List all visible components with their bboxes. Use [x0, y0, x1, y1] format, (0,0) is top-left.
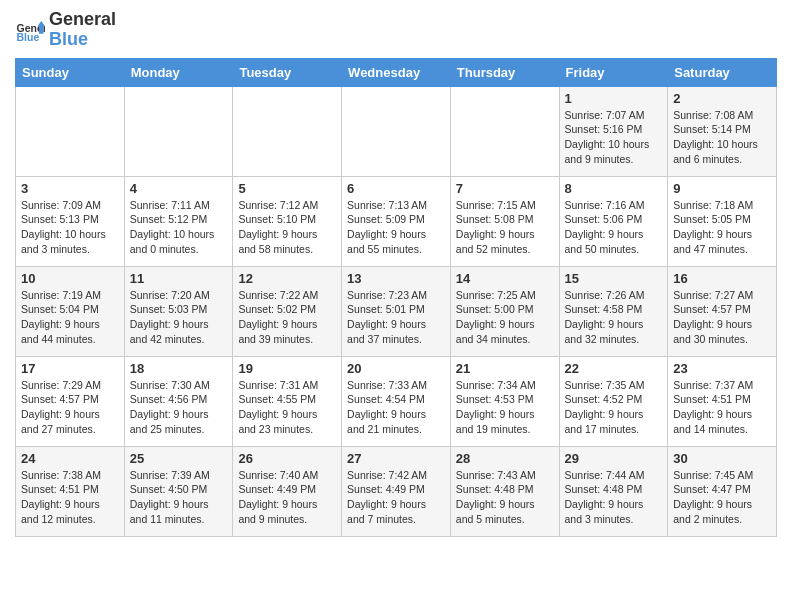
week-row-5: 24Sunrise: 7:38 AM Sunset: 4:51 PM Dayli…	[16, 446, 777, 536]
day-number: 10	[21, 271, 119, 286]
day-cell: 25Sunrise: 7:39 AM Sunset: 4:50 PM Dayli…	[124, 446, 233, 536]
day-number: 6	[347, 181, 445, 196]
day-number: 2	[673, 91, 771, 106]
day-info: Sunrise: 7:18 AM Sunset: 5:05 PM Dayligh…	[673, 198, 771, 257]
day-cell: 20Sunrise: 7:33 AM Sunset: 4:54 PM Dayli…	[342, 356, 451, 446]
calendar-table: SundayMondayTuesdayWednesdayThursdayFrid…	[15, 58, 777, 537]
weekday-header-wednesday: Wednesday	[342, 58, 451, 86]
day-cell	[16, 86, 125, 176]
logo: General Blue GeneralBlue	[15, 10, 116, 50]
day-cell: 12Sunrise: 7:22 AM Sunset: 5:02 PM Dayli…	[233, 266, 342, 356]
day-cell: 19Sunrise: 7:31 AM Sunset: 4:55 PM Dayli…	[233, 356, 342, 446]
day-cell: 22Sunrise: 7:35 AM Sunset: 4:52 PM Dayli…	[559, 356, 668, 446]
day-cell: 3Sunrise: 7:09 AM Sunset: 5:13 PM Daylig…	[16, 176, 125, 266]
day-info: Sunrise: 7:40 AM Sunset: 4:49 PM Dayligh…	[238, 468, 336, 527]
weekday-header-row: SundayMondayTuesdayWednesdayThursdayFrid…	[16, 58, 777, 86]
day-info: Sunrise: 7:13 AM Sunset: 5:09 PM Dayligh…	[347, 198, 445, 257]
weekday-header-friday: Friday	[559, 58, 668, 86]
day-info: Sunrise: 7:43 AM Sunset: 4:48 PM Dayligh…	[456, 468, 554, 527]
day-info: Sunrise: 7:23 AM Sunset: 5:01 PM Dayligh…	[347, 288, 445, 347]
day-cell: 18Sunrise: 7:30 AM Sunset: 4:56 PM Dayli…	[124, 356, 233, 446]
day-number: 8	[565, 181, 663, 196]
week-row-2: 3Sunrise: 7:09 AM Sunset: 5:13 PM Daylig…	[16, 176, 777, 266]
weekday-header-saturday: Saturday	[668, 58, 777, 86]
day-cell: 16Sunrise: 7:27 AM Sunset: 4:57 PM Dayli…	[668, 266, 777, 356]
day-number: 4	[130, 181, 228, 196]
day-number: 7	[456, 181, 554, 196]
day-cell: 29Sunrise: 7:44 AM Sunset: 4:48 PM Dayli…	[559, 446, 668, 536]
day-info: Sunrise: 7:16 AM Sunset: 5:06 PM Dayligh…	[565, 198, 663, 257]
day-cell: 23Sunrise: 7:37 AM Sunset: 4:51 PM Dayli…	[668, 356, 777, 446]
day-number: 27	[347, 451, 445, 466]
day-cell: 24Sunrise: 7:38 AM Sunset: 4:51 PM Dayli…	[16, 446, 125, 536]
day-number: 20	[347, 361, 445, 376]
day-info: Sunrise: 7:39 AM Sunset: 4:50 PM Dayligh…	[130, 468, 228, 527]
day-cell: 28Sunrise: 7:43 AM Sunset: 4:48 PM Dayli…	[450, 446, 559, 536]
day-cell: 2Sunrise: 7:08 AM Sunset: 5:14 PM Daylig…	[668, 86, 777, 176]
day-info: Sunrise: 7:31 AM Sunset: 4:55 PM Dayligh…	[238, 378, 336, 437]
day-info: Sunrise: 7:42 AM Sunset: 4:49 PM Dayligh…	[347, 468, 445, 527]
weekday-header-tuesday: Tuesday	[233, 58, 342, 86]
day-number: 21	[456, 361, 554, 376]
day-cell	[450, 86, 559, 176]
day-number: 26	[238, 451, 336, 466]
day-info: Sunrise: 7:26 AM Sunset: 4:58 PM Dayligh…	[565, 288, 663, 347]
day-number: 24	[21, 451, 119, 466]
day-number: 17	[21, 361, 119, 376]
day-cell: 15Sunrise: 7:26 AM Sunset: 4:58 PM Dayli…	[559, 266, 668, 356]
day-cell: 6Sunrise: 7:13 AM Sunset: 5:09 PM Daylig…	[342, 176, 451, 266]
day-info: Sunrise: 7:34 AM Sunset: 4:53 PM Dayligh…	[456, 378, 554, 437]
day-cell: 5Sunrise: 7:12 AM Sunset: 5:10 PM Daylig…	[233, 176, 342, 266]
day-number: 30	[673, 451, 771, 466]
day-cell: 26Sunrise: 7:40 AM Sunset: 4:49 PM Dayli…	[233, 446, 342, 536]
day-info: Sunrise: 7:11 AM Sunset: 5:12 PM Dayligh…	[130, 198, 228, 257]
day-cell: 10Sunrise: 7:19 AM Sunset: 5:04 PM Dayli…	[16, 266, 125, 356]
day-cell: 17Sunrise: 7:29 AM Sunset: 4:57 PM Dayli…	[16, 356, 125, 446]
logo-text: GeneralBlue	[49, 10, 116, 50]
day-cell: 30Sunrise: 7:45 AM Sunset: 4:47 PM Dayli…	[668, 446, 777, 536]
day-info: Sunrise: 7:38 AM Sunset: 4:51 PM Dayligh…	[21, 468, 119, 527]
day-cell: 1Sunrise: 7:07 AM Sunset: 5:16 PM Daylig…	[559, 86, 668, 176]
day-cell: 14Sunrise: 7:25 AM Sunset: 5:00 PM Dayli…	[450, 266, 559, 356]
day-number: 23	[673, 361, 771, 376]
day-cell: 8Sunrise: 7:16 AM Sunset: 5:06 PM Daylig…	[559, 176, 668, 266]
day-cell: 27Sunrise: 7:42 AM Sunset: 4:49 PM Dayli…	[342, 446, 451, 536]
day-number: 22	[565, 361, 663, 376]
day-number: 3	[21, 181, 119, 196]
day-number: 19	[238, 361, 336, 376]
day-number: 9	[673, 181, 771, 196]
day-info: Sunrise: 7:08 AM Sunset: 5:14 PM Dayligh…	[673, 108, 771, 167]
day-cell	[233, 86, 342, 176]
day-info: Sunrise: 7:20 AM Sunset: 5:03 PM Dayligh…	[130, 288, 228, 347]
week-row-4: 17Sunrise: 7:29 AM Sunset: 4:57 PM Dayli…	[16, 356, 777, 446]
page-header: General Blue GeneralBlue	[15, 10, 777, 50]
day-info: Sunrise: 7:29 AM Sunset: 4:57 PM Dayligh…	[21, 378, 119, 437]
day-info: Sunrise: 7:22 AM Sunset: 5:02 PM Dayligh…	[238, 288, 336, 347]
day-cell: 9Sunrise: 7:18 AM Sunset: 5:05 PM Daylig…	[668, 176, 777, 266]
day-number: 14	[456, 271, 554, 286]
day-cell: 21Sunrise: 7:34 AM Sunset: 4:53 PM Dayli…	[450, 356, 559, 446]
day-info: Sunrise: 7:27 AM Sunset: 4:57 PM Dayligh…	[673, 288, 771, 347]
day-number: 12	[238, 271, 336, 286]
weekday-header-monday: Monday	[124, 58, 233, 86]
day-info: Sunrise: 7:45 AM Sunset: 4:47 PM Dayligh…	[673, 468, 771, 527]
day-number: 25	[130, 451, 228, 466]
day-cell: 13Sunrise: 7:23 AM Sunset: 5:01 PM Dayli…	[342, 266, 451, 356]
day-number: 16	[673, 271, 771, 286]
week-row-3: 10Sunrise: 7:19 AM Sunset: 5:04 PM Dayli…	[16, 266, 777, 356]
logo-icon: General Blue	[15, 15, 45, 45]
day-info: Sunrise: 7:12 AM Sunset: 5:10 PM Dayligh…	[238, 198, 336, 257]
day-number: 29	[565, 451, 663, 466]
svg-text:Blue: Blue	[17, 31, 40, 43]
day-info: Sunrise: 7:35 AM Sunset: 4:52 PM Dayligh…	[565, 378, 663, 437]
day-info: Sunrise: 7:30 AM Sunset: 4:56 PM Dayligh…	[130, 378, 228, 437]
day-info: Sunrise: 7:25 AM Sunset: 5:00 PM Dayligh…	[456, 288, 554, 347]
week-row-1: 1Sunrise: 7:07 AM Sunset: 5:16 PM Daylig…	[16, 86, 777, 176]
day-cell: 7Sunrise: 7:15 AM Sunset: 5:08 PM Daylig…	[450, 176, 559, 266]
day-info: Sunrise: 7:07 AM Sunset: 5:16 PM Dayligh…	[565, 108, 663, 167]
day-info: Sunrise: 7:09 AM Sunset: 5:13 PM Dayligh…	[21, 198, 119, 257]
day-info: Sunrise: 7:44 AM Sunset: 4:48 PM Dayligh…	[565, 468, 663, 527]
day-number: 1	[565, 91, 663, 106]
weekday-header-sunday: Sunday	[16, 58, 125, 86]
day-number: 5	[238, 181, 336, 196]
